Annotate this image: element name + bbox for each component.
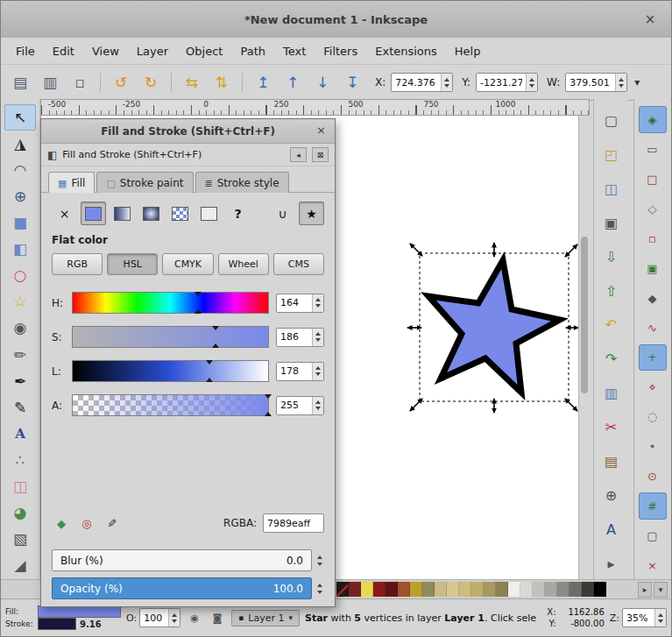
opacity-dialog-spinner[interactable] xyxy=(315,583,324,595)
hue-spinner[interactable] xyxy=(312,294,323,312)
scrollbar-thumb[interactable] xyxy=(581,237,588,394)
hue-input[interactable] xyxy=(277,294,312,312)
palette-scroll-right-button[interactable]: ▸ xyxy=(638,582,652,598)
menu-filters[interactable]: Filters xyxy=(315,41,365,61)
menu-path[interactable]: Path xyxy=(232,41,273,61)
blur-spinner[interactable] xyxy=(315,555,324,567)
snap-bbox-edge-midpoints-button[interactable]: ▫ xyxy=(639,225,667,252)
palette-swatch[interactable] xyxy=(422,582,435,597)
lower-button[interactable]: ↓ xyxy=(308,68,336,96)
paint-swatch-button[interactable] xyxy=(196,202,222,225)
mode-wheel-button[interactable]: Wheel xyxy=(218,253,269,275)
stroke-indicator[interactable]: 9.16 xyxy=(38,618,121,630)
dialog-close-button[interactable]: × xyxy=(316,124,326,137)
blur-slider[interactable]: Blur (%) 0.0 xyxy=(52,549,312,571)
mode-hsl-button[interactable]: HSL xyxy=(107,253,158,275)
raise-to-top-button[interactable]: ↥ xyxy=(249,68,277,96)
palette-swatch[interactable] xyxy=(545,582,557,597)
spin-down-icon[interactable] xyxy=(315,304,321,308)
spin-down-icon[interactable] xyxy=(317,591,322,594)
menu-object[interactable]: Object xyxy=(178,41,230,61)
spin-down-icon[interactable] xyxy=(317,563,322,566)
spin-up-icon[interactable] xyxy=(315,400,321,404)
menu-edit[interactable]: Edit xyxy=(45,41,82,61)
pencil-tool[interactable]: ✏ xyxy=(4,342,36,368)
commands-overflow-button[interactable]: ▸ xyxy=(597,549,626,579)
hue-field[interactable] xyxy=(276,294,324,313)
box3d-tool[interactable]: ◧ xyxy=(4,237,36,263)
palette-swatch[interactable] xyxy=(435,582,447,597)
mode-cmyk-button[interactable]: CMYK xyxy=(162,253,213,275)
menu-layer[interactable]: Layer xyxy=(129,41,176,61)
flip-horizontal-button[interactable]: ⇆ xyxy=(178,68,206,96)
snap-object-centers-button[interactable]: ⊙ xyxy=(639,463,667,490)
paint-linear-gradient-button[interactable] xyxy=(110,202,135,225)
pick-color-button[interactable]: ✎ xyxy=(103,513,121,533)
object-opacity-field[interactable] xyxy=(139,608,180,627)
snap-grids-button[interactable]: # xyxy=(639,492,667,520)
star-tool[interactable]: ☆ xyxy=(4,289,36,315)
paste-button[interactable]: ▤ xyxy=(597,447,626,477)
zoom-drawing-button[interactable]: ⊕ xyxy=(597,481,626,511)
palette-swatch[interactable] xyxy=(594,582,606,597)
palette-swatch[interactable] xyxy=(484,582,496,597)
w-spinner[interactable] xyxy=(615,74,626,91)
palette-swatch[interactable] xyxy=(533,582,545,597)
palette-swatch[interactable] xyxy=(471,582,484,597)
spin-down-icon[interactable] xyxy=(315,407,321,410)
spin-up-icon[interactable] xyxy=(315,298,321,301)
spin-up-icon[interactable] xyxy=(317,584,322,587)
w-input[interactable] xyxy=(566,74,615,91)
palette-swatch[interactable] xyxy=(410,582,422,597)
spin-up-icon[interactable] xyxy=(658,613,663,617)
fill-rule-evenodd-button[interactable]: ★ xyxy=(299,202,324,225)
window-titlebar[interactable]: *New document 1 - Inkscape × xyxy=(1,1,671,39)
tweak-tool[interactable]: ◠ xyxy=(4,157,36,183)
alpha-field[interactable] xyxy=(276,396,324,415)
saturation-field[interactable] xyxy=(276,328,324,347)
palette-swatch[interactable] xyxy=(459,582,471,597)
snap-bbox-corners-button[interactable]: ◇ xyxy=(639,195,667,223)
scale-handle-sw[interactable] xyxy=(410,399,422,411)
tab-fill[interactable]: ▦Fill xyxy=(48,172,95,193)
snap-bbox-centers-button[interactable]: ▣ xyxy=(639,255,667,282)
y-input[interactable] xyxy=(477,74,526,91)
lightness-spinner[interactable] xyxy=(312,363,323,380)
layer-selector[interactable]: ▪ Layer 1 ▾ xyxy=(231,610,300,626)
palette-swatch[interactable] xyxy=(520,582,533,597)
snap-path-intersections-button[interactable]: + xyxy=(639,344,667,372)
vertical-scrollbar[interactable] xyxy=(578,116,590,579)
pen-tool[interactable]: ✒ xyxy=(4,368,36,394)
palette-swatch[interactable] xyxy=(398,582,410,597)
menu-file[interactable]: File xyxy=(8,41,43,61)
alpha-spinner[interactable] xyxy=(312,397,323,414)
w-field[interactable] xyxy=(565,73,627,92)
spin-down-icon[interactable] xyxy=(658,619,663,623)
menu-extensions[interactable]: Extensions xyxy=(367,41,445,61)
saturation-input[interactable] xyxy=(277,329,312,346)
paint-unknown-button[interactable]: ? xyxy=(225,202,251,225)
snap-midpoints-button[interactable]: • xyxy=(639,433,667,460)
print-button[interactable]: ▣ xyxy=(597,209,626,238)
y-spinner[interactable] xyxy=(526,74,537,91)
x-spinner[interactable] xyxy=(441,74,452,91)
redo-button[interactable]: ↷ xyxy=(597,344,626,374)
opacity-slider[interactable]: Opacity (%) 100.0 xyxy=(52,577,312,599)
x-input[interactable] xyxy=(392,74,441,91)
ellipse-tool[interactable]: ○ xyxy=(4,263,36,289)
dialog-titlebar[interactable]: Fill and Stroke (Shift+Ctrl+F) × xyxy=(41,119,335,144)
node-tool[interactable]: ◮ xyxy=(4,131,36,157)
menu-view[interactable]: View xyxy=(84,41,127,61)
zoom-spinner[interactable] xyxy=(654,609,666,626)
lightness-input[interactable] xyxy=(277,363,312,380)
scale-handle-ne[interactable] xyxy=(565,244,577,257)
open-document-button[interactable]: ◰ xyxy=(597,140,626,170)
snap-page-border-button[interactable]: ▢ xyxy=(639,522,667,549)
palette-swatch[interactable] xyxy=(361,582,373,597)
mode-cms-button[interactable]: CMS xyxy=(273,253,324,275)
stroke-color-swatch[interactable] xyxy=(38,618,76,630)
copy-button[interactable]: ▥ xyxy=(597,379,626,408)
import-button[interactable]: ⇩ xyxy=(597,243,626,272)
spin-up-icon[interactable] xyxy=(172,613,177,617)
snap-toggle-button[interactable]: ◈ xyxy=(639,106,667,133)
